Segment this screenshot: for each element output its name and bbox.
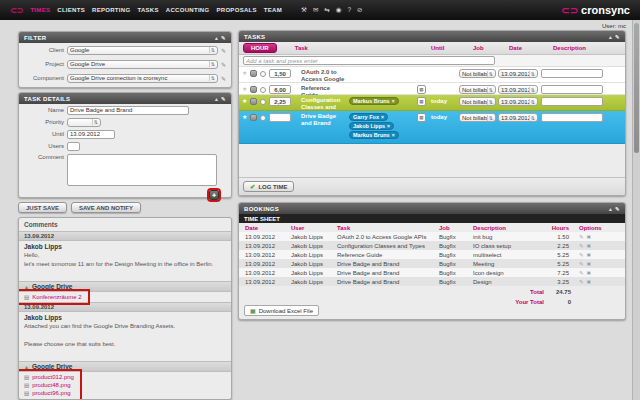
attachment-link[interactable]: ▤product48.png [24,382,74,388]
edit-icon[interactable]: ✎ [615,34,620,40]
job-select[interactable]: Not billable⇅ [459,113,496,122]
attachment-link[interactable]: ▤product96.png [24,390,74,396]
scrollbar-thumb[interactable] [634,23,639,153]
description-input[interactable] [541,85,603,94]
user-tag[interactable]: Jakob Lipps× [349,122,394,130]
delete-icon[interactable]: ✖ [587,252,592,258]
remove-user-icon[interactable]: × [392,132,395,138]
calendar-icon[interactable]: ▦ [417,113,426,122]
nav-item-accounting[interactable]: ACCOUNTING [166,7,210,13]
hour-mode-button[interactable]: HOUR [243,43,277,53]
description-input[interactable] [541,113,603,122]
job-select[interactable]: Not billable⇅ [459,69,496,78]
share-icon[interactable]: ⇆ [324,6,329,14]
task-checkbox[interactable] [260,87,266,93]
delete-icon[interactable]: ✖ [587,261,592,267]
remove-user-icon[interactable]: × [387,123,390,129]
star-icon[interactable]: ★ [242,85,247,92]
mail-icon[interactable]: ✉ [313,6,318,14]
user-tag[interactable]: Garry Fox× [349,113,388,121]
task-row[interactable]: ★Drive Badge and BrandGarry Fox×Jakob Li… [239,111,625,144]
user-tag[interactable]: Markus Bruns× [349,131,399,139]
nav-item-proposals[interactable]: PROPOSALS [216,7,256,13]
star-icon[interactable]: ★ [242,97,247,104]
remove-user-icon[interactable]: × [381,114,384,120]
edit-icon[interactable]: ✎ [221,35,226,41]
edit-icon[interactable]: ✎ [579,252,584,258]
remove-user-icon[interactable]: × [392,98,395,104]
task-row[interactable]: ★2,25Configuration Classes and TypesMark… [239,95,625,111]
attachment-link[interactable]: ▤product012.png [24,374,74,380]
save-and-notify-button[interactable]: SAVE AND NOTIFY [71,202,141,213]
user-tag[interactable]: Markus Bruns× [349,97,399,105]
power-icon[interactable]: ⊘ [357,6,362,14]
users-select[interactable] [67,142,80,151]
description-input[interactable] [541,69,603,78]
download-excel-button[interactable]: ▦ Download Excel File [244,305,319,316]
date-select[interactable]: 13.09.2012⇅ [498,113,538,122]
filter-project-select[interactable]: Google Drive⇅ [67,60,218,69]
task-row[interactable]: ★6,00Reference Guide▦Not billable⇅13.09.… [239,83,625,95]
hours-input[interactable]: 1,50 [269,69,291,78]
job-select[interactable]: Not billable⇅ [459,85,496,94]
attachment-link[interactable]: ▤Konferenzräume 2 [24,294,82,300]
globe-icon[interactable]: ◉ [336,6,342,14]
task-checkbox[interactable] [260,115,266,121]
nav-item-team[interactable]: TEAM [264,7,282,13]
calendar-icon[interactable]: ▦ [417,85,426,94]
just-save-button[interactable]: JUST SAVE [18,202,67,213]
edit-icon[interactable]: ✎ [221,61,226,68]
collapse-icon[interactable]: ▴ [609,206,612,212]
nav-item-reporting[interactable]: REPORTING [92,7,130,13]
job-select[interactable]: Not billable⇅ [459,97,496,106]
help-icon[interactable]: ? [347,6,351,14]
filter-client-select[interactable]: Google⇅ [67,46,218,55]
star-icon[interactable]: ★ [242,69,247,76]
priority-select[interactable]: ⇅ [67,118,101,127]
total-value: 24.75 [549,289,571,295]
collapse-icon[interactable]: ▴ [215,35,218,41]
edit-icon[interactable]: ✎ [579,234,584,240]
date-select[interactable]: 13.09.2012⇅ [498,85,538,94]
date-select[interactable]: 13.09.2012⇅ [498,97,538,106]
edit-icon[interactable]: ✎ [221,47,226,54]
hours-input[interactable] [269,113,291,122]
date-select[interactable]: 13.09.2012⇅ [498,69,538,78]
filter-component-select[interactable]: Google Drive connection is cronsync⇅ [67,74,218,83]
edit-icon[interactable]: ✎ [579,279,584,285]
description-input[interactable] [541,97,603,106]
delete-icon[interactable]: ✖ [587,243,592,249]
wrench-icon[interactable]: ⚒ [301,6,307,14]
hours-input[interactable]: 6,00 [269,85,291,94]
delete-icon[interactable]: ✖ [587,270,592,276]
log-time-button[interactable]: ✔ LOG TIME [243,181,294,192]
user-cell: Jakob Lipps [289,261,335,267]
avatar-icon [250,86,257,93]
task-row[interactable]: ★1,50OAuth 2.0 to Access Google APIsNot … [239,67,625,83]
nav-item-tasks[interactable]: TASKS [137,7,158,13]
edit-icon[interactable]: ✎ [221,75,226,82]
delete-icon[interactable]: ✖ [587,234,592,240]
collapse-icon[interactable]: ▴ [609,34,612,40]
hours-input[interactable]: 2,25 [269,97,291,106]
edit-icon[interactable]: ✎ [615,206,620,212]
comment-textarea[interactable] [67,154,217,186]
delete-icon[interactable]: ✖ [587,279,592,285]
calendar-icon[interactable]: ▦ [417,97,426,106]
edit-icon[interactable]: ✎ [579,261,584,267]
task-checkbox[interactable] [260,71,266,77]
nav-item-times[interactable]: TIMES [30,7,50,13]
attach-file-button[interactable]: ✚ [209,190,219,200]
task-name-input[interactable] [67,106,189,115]
edit-icon[interactable]: ✎ [579,270,584,276]
collapse-icon[interactable]: ▴ [215,96,218,102]
edit-icon[interactable]: ✎ [579,243,584,249]
task-checkbox[interactable] [260,99,266,105]
page-scrollbar[interactable] [632,20,640,400]
nav-item-clients[interactable]: CLIENTS [57,7,85,13]
edit-icon[interactable]: ✎ [221,96,226,102]
until-date-input[interactable] [67,130,115,139]
cronsync-logo-mark-small[interactable]: ⊂⊃ [10,6,23,15]
star-icon[interactable]: ★ [242,113,247,120]
add-task-input[interactable] [243,56,495,65]
